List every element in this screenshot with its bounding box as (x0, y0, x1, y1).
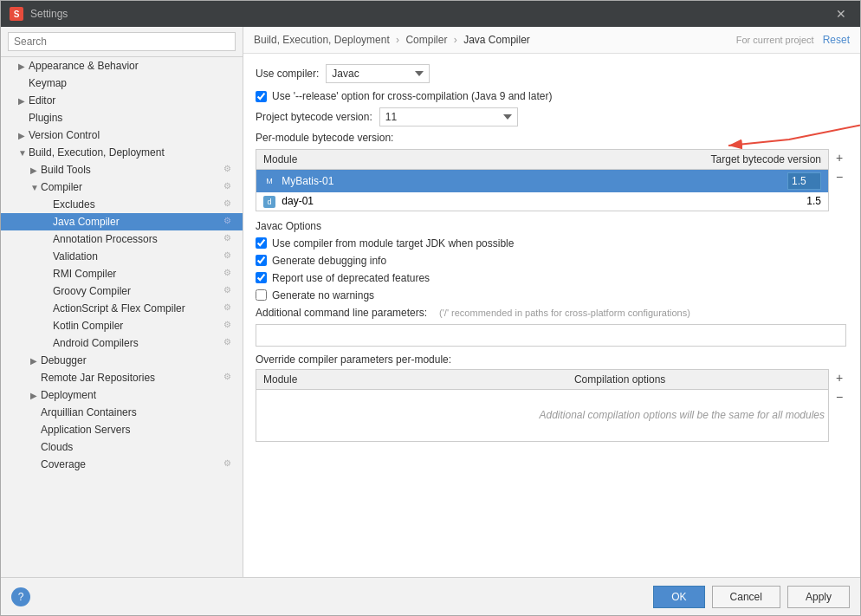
sidebar-item-arquillian[interactable]: Arquillian Containers (1, 404, 243, 421)
gear-icon: ⚙ (223, 372, 236, 384)
module-name: MyBatis-01 (282, 175, 333, 187)
app-icon: S (10, 7, 23, 21)
col-module-header: Module (256, 150, 656, 170)
sidebar-item-editor[interactable]: ▶ Editor (1, 92, 243, 109)
sidebar-item-label: Kotlin Compiler (53, 320, 223, 332)
override-empty-row: Additional compilation options will be t… (256, 389, 829, 441)
sidebar-item-label: Clouds (41, 441, 236, 453)
use-compiler-row: Use compiler: Javac Eclipse Ajc (256, 64, 848, 83)
sidebar-item-debugger[interactable]: ▶ Debugger (1, 352, 243, 369)
sidebar-item-label: Groovy Compiler (53, 285, 223, 297)
window-title: Settings (30, 8, 831, 20)
table-row: M MyBatis-01 1.5 11 8 (256, 170, 829, 193)
sidebar: ▶ Appearance & Behavior Keymap ▶ Editor … (1, 27, 243, 577)
ok-button[interactable]: OK (653, 586, 704, 608)
sidebar-item-app-servers[interactable]: Application Servers (1, 421, 243, 438)
table-add-button[interactable]: + (831, 149, 848, 166)
javac-option-label[interactable]: Generate no warnings (272, 289, 374, 302)
sidebar-item-coverage[interactable]: Coverage ⚙ (1, 456, 243, 473)
table-remove-button[interactable]: − (831, 168, 848, 185)
additional-cmd-section: Additional command line parameters: ('/'… (256, 307, 848, 347)
javac-option-label[interactable]: Generate debugging info (272, 255, 386, 267)
sidebar-item-label: Application Servers (41, 424, 236, 436)
reset-link[interactable]: Reset (823, 34, 850, 46)
sidebar-item-rmi-compiler[interactable]: RMI Compiler ⚙ (1, 265, 243, 282)
release-option-checkbox[interactable] (256, 91, 267, 102)
breadcrumb-current: Java Compiler (463, 34, 530, 46)
help-button[interactable]: ? (11, 587, 30, 606)
panel-content: Use compiler: Javac Eclipse Ajc Use '--r… (243, 54, 860, 577)
sidebar-item-label: Deployment (41, 389, 236, 401)
close-button[interactable]: ✕ (831, 5, 851, 23)
override-section: Override compiler parameters per-module:… (256, 353, 848, 442)
override-table-wrapper: Module Compilation options Additional co… (256, 369, 848, 442)
target-version-select[interactable]: 1.5 11 8 (787, 172, 821, 190)
breadcrumb-right: For current project Reset (736, 34, 850, 46)
additional-cmd-input[interactable] (256, 324, 846, 347)
sidebar-item-actionscript[interactable]: ActionScript & Flex Compiler ⚙ (1, 300, 243, 317)
gear-icon: ⚙ (223, 320, 236, 332)
module-table-wrapper: Module Target bytecode version M MyBatis… (256, 149, 848, 211)
main-panel: 全部改成我们的11版本 (也就是你的java版本) (243, 27, 860, 577)
javac-option-row: Generate debugging info (256, 255, 848, 267)
sidebar-item-build-exec[interactable]: ▼ Build, Execution, Deployment (1, 144, 243, 161)
sidebar-item-version-control[interactable]: ▶ Version Control (1, 126, 243, 144)
sidebar-item-excludes[interactable]: Excludes ⚙ (1, 196, 243, 213)
javac-section: Javac Options Use compiler from module t… (256, 220, 848, 302)
release-option-label[interactable]: Use '--release' option for cross-compila… (272, 90, 552, 102)
compiler-select[interactable]: Javac Eclipse Ajc (326, 64, 430, 83)
sidebar-item-plugins[interactable]: Plugins (1, 109, 243, 126)
arrow-icon: ▶ (30, 391, 41, 400)
arrow-icon: ▶ (18, 62, 29, 71)
sidebar-item-deployment[interactable]: ▶ Deployment (1, 386, 243, 404)
target-cell: 1.5 11 8 (656, 170, 829, 193)
sidebar-item-android-compilers[interactable]: Android Compilers ⚙ (1, 334, 243, 352)
sidebar-item-compiler[interactable]: ▼ Compiler ⚙ (1, 178, 243, 196)
override-remove-button[interactable]: − (831, 388, 848, 405)
gear-icon: ⚙ (223, 181, 236, 193)
javac-option-checkbox[interactable] (256, 237, 267, 249)
breadcrumb: Build, Execution, Deployment › Compiler … (254, 34, 530, 46)
apply-button[interactable]: Apply (787, 586, 850, 608)
sidebar-item-label: Java Compiler (53, 216, 223, 228)
override-table: Module Compilation options Additional co… (256, 369, 829, 442)
settings-window: S Settings ✕ ▶ Appearance & Behavior Key… (0, 0, 861, 616)
additional-cmd-hint: ('/' recommended in paths for cross-plat… (439, 308, 690, 318)
override-col-options-header: Compilation options (430, 369, 810, 389)
javac-option-checkbox[interactable] (256, 289, 267, 301)
sidebar-item-build-tools[interactable]: ▶ Build Tools ⚙ (1, 161, 243, 178)
module-cell: M MyBatis-01 (256, 170, 656, 193)
sidebar-item-annotation-processors[interactable]: Annotation Processors ⚙ (1, 230, 243, 248)
arrow-icon: ▶ (18, 96, 29, 106)
sidebar-item-clouds[interactable]: Clouds (1, 438, 243, 456)
gear-icon: ⚙ (223, 337, 236, 349)
breadcrumb-part-2: Compiler (405, 34, 447, 46)
sidebar-item-java-compiler[interactable]: Java Compiler ⚙ (1, 213, 243, 230)
sidebar-item-label: Plugins (29, 112, 236, 124)
module-icon: M (263, 175, 275, 187)
javac-option-label[interactable]: Report use of deprecated features (272, 272, 430, 284)
target-version-value: 1.5 (806, 195, 821, 207)
sidebar-item-appearance[interactable]: ▶ Appearance & Behavior (1, 57, 243, 75)
cancel-button[interactable]: Cancel (712, 586, 780, 608)
sidebar-item-label: Compiler (41, 181, 223, 193)
override-add-button[interactable]: + (831, 369, 848, 386)
sidebar-item-label: Build Tools (41, 164, 223, 176)
sidebar-item-keymap[interactable]: Keymap (1, 75, 243, 92)
project-bytecode-select[interactable]: 11 8 9 10 (379, 107, 518, 126)
javac-option-checkbox[interactable] (256, 272, 267, 283)
sidebar-item-validation[interactable]: Validation ⚙ (1, 248, 243, 265)
sidebar-item-remote-jar[interactable]: Remote Jar Repositories ⚙ (1, 369, 243, 386)
gear-icon: ⚙ (223, 458, 236, 470)
gear-icon: ⚙ (223, 302, 236, 314)
javac-option-label[interactable]: Use compiler from module target JDK when… (272, 237, 514, 250)
title-bar: S Settings ✕ (1, 1, 860, 27)
sidebar-item-label: Coverage (41, 458, 223, 470)
sidebar-item-groovy-compiler[interactable]: Groovy Compiler ⚙ (1, 282, 243, 300)
arrow-icon: ▼ (18, 148, 29, 158)
sidebar-item-kotlin-compiler[interactable]: Kotlin Compiler ⚙ (1, 317, 243, 334)
per-module-label: Per-module bytecode version: (256, 132, 848, 144)
module-icon: d (263, 196, 275, 208)
javac-option-checkbox[interactable] (256, 255, 267, 266)
search-input[interactable] (8, 32, 236, 51)
